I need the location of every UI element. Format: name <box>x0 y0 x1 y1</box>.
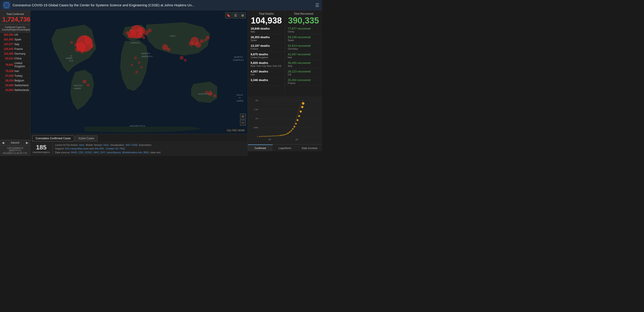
svg-point-39 <box>70 41 73 44</box>
country-count: 47,029 <box>2 74 14 77</box>
svg-point-60 <box>204 39 207 42</box>
country-list-item[interactable]: 503,594US <box>0 33 30 37</box>
zoom-out-button[interactable]: − <box>240 120 246 126</box>
deaths-list: 18,849 deathsItaly16,353 deathsSpain13,1… <box>248 26 285 96</box>
country-count: 503,594 <box>2 33 14 36</box>
country-name: Iran <box>14 70 19 73</box>
cdc-link[interactable]: CDC <box>78 151 84 154</box>
svg-text:AMERICA: AMERICA <box>142 55 153 58</box>
tab-active-cases[interactable]: Active Cases <box>75 135 98 141</box>
dxy-link[interactable]: DXY <box>100 151 105 154</box>
country-list-item[interactable]: 24,565Netherlands <box>0 88 30 93</box>
country-count: 122,855 <box>2 52 14 55</box>
recovered-country: Iran <box>288 56 319 59</box>
total-confirmed-number: 1,724,736 <box>2 16 28 23</box>
svg-text:0: 0 <box>257 135 258 138</box>
chart-tab-daily-increase[interactable]: Daily Increase <box>297 144 322 151</box>
grid-button[interactable]: ⊞ <box>240 12 246 19</box>
worldometers-link[interactable]: Worldometers.info <box>122 151 142 154</box>
country-list-item[interactable]: 79,841United Kingdom <box>0 61 30 69</box>
recovered-header: Total Recovered <box>285 10 322 16</box>
bno-link[interactable]: BNO <box>144 151 149 154</box>
recovered-count: 30,455 recovered <box>288 61 319 65</box>
svg-text:2月: 2月 <box>268 138 271 141</box>
bookmark-button[interactable]: 🔖 <box>225 12 232 19</box>
svg-text:1M: 1M <box>255 117 258 120</box>
recovered-list-item: 53,913 recoveredGermany <box>285 43 322 52</box>
country-count: 79,841 <box>2 63 14 66</box>
map-bottom-bar: 185 countries/regions Lancet Inf Dis Art… <box>30 141 248 156</box>
svg-text:ANTARCTICA: ANTARCTICA <box>130 125 145 127</box>
country-list-item[interactable]: 161,852Spain <box>0 37 30 42</box>
who-link[interactable]: WHO <box>71 151 77 154</box>
country-list-item[interactable]: 83,014China <box>0 56 30 61</box>
svg-point-53 <box>87 84 90 87</box>
svg-point-77 <box>266 136 266 137</box>
svg-point-57 <box>140 66 143 69</box>
chart-tab-logarithmic[interactable]: Logarithmic <box>273 144 298 151</box>
svg-point-93 <box>291 130 292 131</box>
country-name: Spain <box>14 38 22 41</box>
chart-svg: 2M 1.5M 1M 500k 0 2月 3月 <box>250 98 320 143</box>
country-list-item[interactable]: 125,942France <box>0 47 30 52</box>
article-here-link[interactable]: Here <box>79 143 84 146</box>
country-list-item[interactable]: 24,900Switzerland <box>0 83 30 88</box>
deaths-country: Spain <box>250 39 282 42</box>
country-name: United Kingdom <box>14 62 28 68</box>
svg-point-88 <box>283 134 284 136</box>
country-count: 161,852 <box>2 38 14 41</box>
nav-label: Admin0 <box>11 141 19 144</box>
chart-tab-confirmed[interactable]: Confirmed <box>248 144 273 151</box>
country-list-item[interactable]: 122,855Germany <box>0 52 30 56</box>
ecdc-link[interactable]: ECDC <box>85 151 92 154</box>
recovered-count: 59,109 recovered <box>288 36 319 39</box>
zoom-in-button[interactable]: + <box>240 114 246 119</box>
svg-point-29 <box>148 29 152 33</box>
last-updated-value: 4/11/2020 11:42:18 下午 <box>2 152 28 155</box>
nav-prev-arrow[interactable]: ◀ <box>2 141 4 144</box>
svg-point-26 <box>144 31 148 35</box>
country-list-item[interactable]: 147,577Italy <box>0 42 30 47</box>
header: Coronavirus COVID-19 Global Cases by the… <box>0 0 322 10</box>
jhu-apl-link[interactable]: JHU APL <box>94 147 104 150</box>
country-name: US <box>14 33 18 36</box>
svg-point-81 <box>272 135 273 136</box>
recovered-country: Germany <box>288 47 319 50</box>
right-panels: Total Deaths 104,938 18,849 deathsItaly1… <box>248 10 322 156</box>
svg-point-28 <box>138 33 143 38</box>
map-container[interactable]: H AMER ICA SOUTH AMER EUROPE AFRICA ASIA… <box>30 10 248 134</box>
deaths-count: 5,820 deaths <box>250 61 282 65</box>
country-list-item[interactable]: 28,018Belgium <box>0 78 30 83</box>
confirmed-cases-header: Confirmed Cases byCountry/Region/Soverei… <box>0 25 30 33</box>
country-list-item[interactable]: 47,029Turkey <box>0 74 30 78</box>
recovered-total: 390,335 <box>285 16 322 26</box>
1p3a-link[interactable]: 1point3acres <box>106 151 121 154</box>
nhc-link[interactable]: NHC <box>94 151 99 154</box>
right-bottom: 2M 1.5M 1M 500k 0 2月 3月 <box>248 96 322 156</box>
map-tabs: Cumulative Confirmed Cases Active Cases <box>30 134 248 141</box>
tab-cumulative-confirmed[interactable]: Cumulative Confirmed Cases <box>32 135 74 141</box>
country-list-item[interactable]: 70,029Iran <box>0 69 30 74</box>
svg-point-100 <box>301 106 304 108</box>
map-toolbar: 🔖 ☰ ⊞ <box>225 12 246 19</box>
chart-tabs: ConfirmedLogarithmicDaily Increase <box>248 144 322 151</box>
recovered-count: 29,223 recovered <box>288 70 319 73</box>
mobile-here-link[interactable]: Here <box>104 143 109 146</box>
svg-point-42 <box>195 42 201 48</box>
contact-link[interactable]: Contact US <box>106 147 118 150</box>
svg-point-31 <box>142 36 145 39</box>
svg-point-83 <box>275 135 276 136</box>
svg-text:2M: 2M <box>255 99 258 102</box>
esri-link[interactable]: Esri Living Atlas team <box>65 147 89 150</box>
country-list: 503,594US161,852Spain147,577Italy125,942… <box>0 33 30 140</box>
world-map: H AMER ICA SOUTH AMER EUROPE AFRICA ASIA… <box>30 10 248 134</box>
menu-icon[interactable]: ☰ <box>315 3 319 8</box>
faq-link[interactable]: FAQ <box>120 147 125 150</box>
nav-next-arrow[interactable]: ▶ <box>26 141 28 144</box>
last-updated-label: Last Updated at (M/D/YYYY) <box>2 147 28 152</box>
svg-point-55 <box>138 61 140 64</box>
list-button[interactable]: ☰ <box>232 12 239 19</box>
svg-point-47 <box>180 56 184 60</box>
deaths-count: 3,346 deaths <box>250 78 282 82</box>
jhu-csse-link[interactable]: JHU CSSE <box>125 143 138 146</box>
